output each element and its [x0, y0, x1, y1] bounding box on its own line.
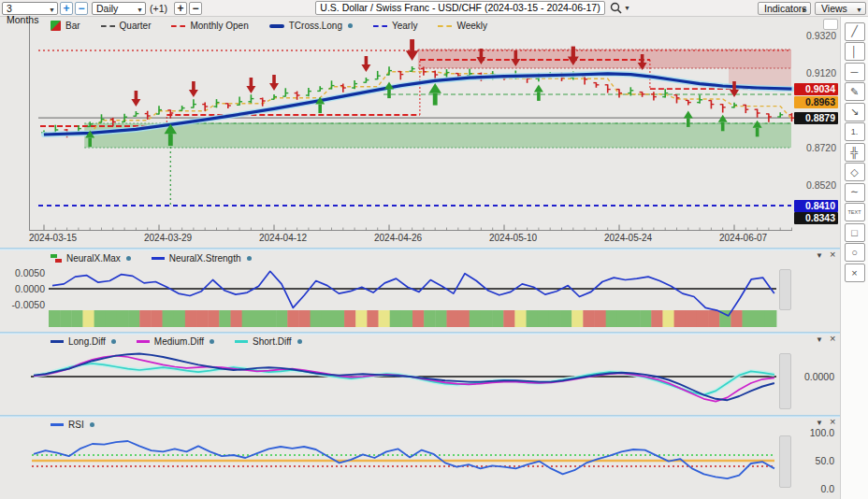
- line-swatch-icon: [152, 257, 165, 260]
- legend-item-rsi[interactable]: RSI: [51, 420, 94, 430]
- neural-max-swatch-icon: [51, 254, 62, 263]
- freehand-tool[interactable]: ✎: [845, 82, 865, 101]
- price-axis-label: 0.9320: [793, 30, 836, 41]
- legend-item-short-diff[interactable]: Short.Diff: [235, 336, 302, 347]
- diff-panel-collapse-button[interactable]: ▼: [816, 335, 823, 345]
- search-caret-icon[interactable]: ▼: [624, 5, 630, 11]
- legend-info-dot-icon: [297, 339, 302, 344]
- legend-label: Weekly: [456, 21, 487, 31]
- x-axis-label: 2024-04-26: [374, 233, 422, 243]
- price-badge: 0.8343: [794, 212, 838, 224]
- rsi-axis-label: 100.0: [791, 427, 834, 438]
- dash-swatch-icon: [171, 25, 185, 27]
- wave-tool[interactable]: ∼: [845, 183, 865, 202]
- chevron-down-icon: ▼: [137, 5, 143, 16]
- price-axis-label: 0.9120: [793, 67, 836, 78]
- diff-panel-legend: Long.DiffMedium.DiffShort.Diff: [51, 335, 302, 348]
- chevron-down-icon: ▼: [856, 5, 862, 16]
- search-icon[interactable]: [610, 2, 622, 14]
- ellipse-tool[interactable]: ○: [845, 243, 865, 262]
- legend-label: Monthly Open: [190, 21, 248, 31]
- dash-swatch-icon: [438, 25, 452, 27]
- legend-info-dot-icon: [247, 256, 252, 261]
- panel-separator: [0, 248, 840, 250]
- line-swatch-icon: [269, 24, 284, 28]
- legend-label: Long.Diff: [68, 336, 106, 347]
- x-axis-label: 2024-03-15: [29, 233, 77, 243]
- rsi-panel-legend: RSI: [51, 419, 94, 431]
- diff-panel-scrollbar[interactable]: [779, 353, 791, 409]
- panel-separator: [0, 332, 840, 335]
- line-swatch-icon: [235, 340, 248, 343]
- rsi-panel-collapse-button[interactable]: ▼: [816, 419, 823, 428]
- neural-panel-close-button[interactable]: ×: [830, 250, 835, 261]
- rsi-panel-scrollbar[interactable]: [779, 435, 791, 488]
- text-tool[interactable]: TEXT: [845, 203, 865, 221]
- indicators-button[interactable]: Indicators ▼: [758, 2, 811, 15]
- arrow-tool[interactable]: ↘: [845, 103, 865, 121]
- neural-axis-label: 0.0050: [2, 267, 45, 278]
- legend-info-dot-icon: [90, 422, 94, 427]
- top-toolbar: 3 Months ▼ + − Daily ▼ (+1) + − U.S. Dol…: [0, 0, 868, 17]
- range-select[interactable]: 3 Months ▼: [2, 2, 58, 15]
- price-badge: 0.9034: [794, 83, 838, 95]
- legend-item-yearly[interactable]: Yearly: [373, 21, 417, 31]
- legend-info-dot-icon: [126, 256, 131, 261]
- price-axis-label: 0.8720: [793, 142, 836, 153]
- legend-label: Short.Diff: [253, 336, 292, 347]
- dash-swatch-icon: [101, 25, 115, 27]
- legend-item-long-diff[interactable]: Long.Diff: [51, 336, 116, 347]
- neural-panel-legend: NeuralX.MaxNeuralX.Strength: [51, 252, 252, 264]
- legend-item-quarter[interactable]: Quarter: [101, 21, 152, 31]
- delete-tool[interactable]: ×: [845, 264, 865, 282]
- x-axis-label: 2024-05-10: [489, 233, 537, 243]
- zoom-in-button[interactable]: +: [60, 2, 73, 15]
- diff-panel-close-button[interactable]: ×: [830, 334, 835, 345]
- legend-item-weekly[interactable]: Weekly: [438, 21, 487, 31]
- neural-panel-collapse-button[interactable]: ▼: [816, 251, 823, 261]
- neural-panel-scrollbar[interactable]: [779, 269, 791, 310]
- chart-application: 3 Months ▼ + − Daily ▼ (+1) + − U.S. Dol…: [0, 0, 868, 499]
- legend-item-neuralx-strength[interactable]: NeuralX.Strength: [152, 253, 252, 264]
- horizontal-line-tool[interactable]: ─: [845, 63, 865, 81]
- remove-bar-button[interactable]: −: [189, 2, 202, 15]
- price-axis-label: 0.8520: [793, 179, 836, 191]
- neural-axis-label: 0.0000: [2, 283, 45, 294]
- line-swatch-icon: [51, 423, 64, 426]
- offset-label: (+1): [150, 3, 167, 14]
- add-bar-button[interactable]: +: [174, 2, 187, 15]
- panel-separator: [0, 415, 840, 418]
- rsi-axis-label: 0.0: [791, 483, 834, 494]
- legend-label: RSI: [68, 420, 84, 430]
- legend-item-neuralx-max[interactable]: NeuralX.Max: [51, 253, 131, 264]
- line-swatch-icon: [51, 340, 64, 343]
- legend-label: Yearly: [392, 21, 417, 31]
- chevron-down-icon: ▼: [801, 5, 807, 16]
- number-label-tool[interactable]: 1.: [845, 122, 865, 141]
- drawing-toolbar: ╱│─✎↘1.╬◇∼TEXT□○×: [840, 17, 868, 499]
- x-axis-label: 2024-04-12: [259, 233, 307, 243]
- rectangle-tool[interactable]: □: [845, 223, 865, 242]
- bar-swatch-icon: [51, 21, 61, 31]
- x-axis-label: 2024-05-24: [604, 233, 652, 243]
- legend-item-medium-diff[interactable]: Medium.Diff: [137, 336, 214, 347]
- legend-info-dot-icon: [348, 23, 353, 28]
- rsi-panel-close-button[interactable]: ×: [830, 417, 835, 428]
- views-button[interactable]: Views ▼: [815, 2, 866, 15]
- vertical-line-tool[interactable]: │: [845, 42, 865, 61]
- price-badge: 0.8879: [794, 112, 838, 124]
- measure-tool[interactable]: ╬: [845, 143, 865, 162]
- price-badge: 0.8410: [794, 200, 838, 212]
- legend-item-tcross-long[interactable]: TCross.Long: [269, 21, 353, 31]
- period-select[interactable]: Daily ▼: [92, 2, 146, 15]
- trend-line-tool[interactable]: ╱: [845, 22, 865, 41]
- callout-tool[interactable]: ◇: [845, 163, 865, 181]
- price-badge: 0.8963: [794, 96, 838, 108]
- rsi-panel-controls: ▼×: [816, 419, 840, 428]
- zoom-out-button[interactable]: −: [75, 2, 88, 15]
- chart-corner-button[interactable]: [823, 19, 838, 30]
- chevron-down-icon: ▼: [49, 5, 55, 16]
- legend-item-monthly-open[interactable]: Monthly Open: [171, 21, 248, 31]
- legend-item-bar[interactable]: Bar: [51, 21, 80, 31]
- symbol-title[interactable]: U.S. Dollar / Swiss Franc - USD/CHF (202…: [315, 1, 605, 15]
